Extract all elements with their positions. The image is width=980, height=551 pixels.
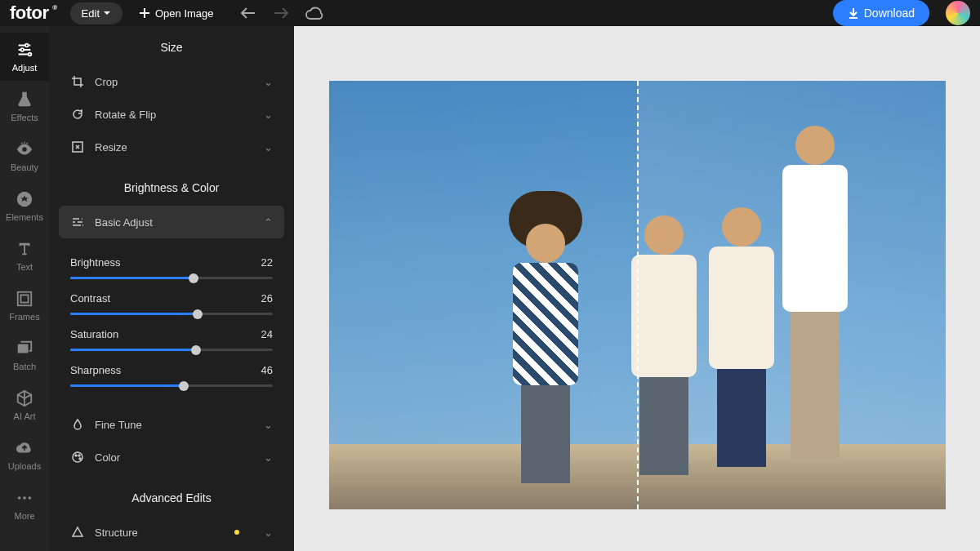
flask-icon (16, 91, 33, 109)
upload-cloud-icon (16, 439, 33, 457)
section-title-size: Size (59, 41, 284, 54)
badge-dot (234, 530, 239, 535)
adjust-icon (70, 216, 85, 229)
slider-sharpness: Sharpness46 (70, 364, 273, 387)
svg-rect-5 (20, 295, 28, 302)
svg-point-0 (25, 44, 29, 47)
plus-icon (139, 7, 150, 19)
slider-thumb[interactable] (189, 273, 198, 283)
chevron-down-icon: ⌄ (264, 76, 273, 88)
svg-point-13 (78, 455, 80, 456)
nav-aiart[interactable]: AI Art (0, 381, 49, 429)
chevron-down-icon (103, 9, 111, 17)
svg-point-8 (23, 496, 26, 500)
brightness-slider[interactable] (70, 277, 273, 279)
basic-adjust-sliders: Brightness22 Contrast26 Saturation24 Sha… (59, 238, 284, 408)
drop-icon (70, 418, 85, 431)
download-button[interactable]: Download (833, 0, 929, 26)
chevron-down-icon: ⌄ (264, 451, 273, 464)
download-icon (848, 7, 859, 19)
nav-text[interactable]: Text (0, 232, 49, 280)
section-title-advanced: Advanced Edits (59, 491, 284, 504)
nav-more[interactable]: More (0, 481, 49, 529)
slider-contrast: Contrast26 (70, 292, 273, 315)
left-nav: Adjust Effects Beauty Elements Text Fram… (0, 26, 49, 551)
panel-item-crop[interactable]: Crop ⌄ (59, 65, 284, 98)
cube-icon (16, 389, 33, 407)
redo-button[interactable] (273, 7, 289, 20)
cloud-save-button[interactable] (305, 7, 323, 20)
svg-rect-4 (18, 292, 32, 306)
top-bar: fotor® Edit Open Image Download (0, 0, 980, 26)
sliders-icon (16, 41, 33, 59)
text-icon (16, 240, 33, 258)
brightness-value: 22 (261, 256, 273, 269)
panel-item-rotate[interactable]: Rotate & Flip ⌄ (59, 98, 284, 131)
chevron-down-icon: ⌄ (264, 527, 273, 539)
saturation-value: 24 (261, 328, 273, 340)
star-circle-icon (16, 190, 33, 208)
chevron-down-icon: ⌄ (264, 419, 273, 431)
user-avatar[interactable] (946, 1, 970, 25)
adjust-panel: Size Crop ⌄ Rotate & Flip ⌄ Resize ⌄ Bri… (49, 26, 294, 551)
palette-icon (70, 451, 85, 464)
svg-point-12 (75, 455, 77, 456)
nav-beauty[interactable]: Beauty (0, 132, 49, 180)
saturation-slider[interactable] (70, 349, 273, 351)
svg-point-7 (18, 496, 21, 500)
section-title-brightness: Brightness & Color (59, 181, 284, 194)
nav-frames[interactable]: Frames (0, 282, 49, 330)
nav-adjust[interactable]: Adjust (0, 33, 49, 81)
slider-thumb[interactable] (193, 309, 203, 319)
slider-thumb[interactable] (191, 345, 201, 355)
resize-icon (70, 140, 85, 153)
nav-effects[interactable]: Effects (0, 82, 49, 131)
contrast-slider[interactable] (70, 313, 273, 315)
edit-dropdown-button[interactable]: Edit (70, 2, 122, 24)
slider-saturation: Saturation24 (70, 328, 273, 351)
sharpness-slider[interactable] (70, 384, 273, 387)
chevron-down-icon: ⌄ (264, 141, 273, 153)
canvas-area: ‹ (294, 26, 980, 551)
svg-point-9 (29, 496, 32, 500)
undo-button[interactable] (240, 7, 256, 20)
svg-point-1 (20, 48, 24, 51)
frame-icon (16, 290, 33, 308)
nav-uploads[interactable]: Uploads (0, 431, 49, 479)
panel-item-basic-adjust[interactable]: Basic Adjust ⌃ (59, 206, 284, 238)
panel-item-color[interactable]: Color ⌄ (59, 441, 284, 473)
chevron-up-icon: ⌃ (264, 216, 273, 229)
slider-brightness: Brightness22 (70, 256, 273, 279)
chevron-down-icon: ⌄ (264, 109, 273, 121)
svg-point-11 (73, 452, 82, 462)
dots-icon (16, 489, 33, 507)
triangle-icon (70, 526, 85, 539)
rotate-icon (70, 108, 85, 121)
svg-point-14 (79, 458, 81, 460)
images-icon (16, 340, 33, 358)
contrast-value: 26 (261, 292, 273, 304)
svg-point-2 (29, 53, 32, 56)
panel-item-finetune[interactable]: Fine Tune ⌄ (59, 408, 284, 441)
nav-batch[interactable]: Batch (0, 331, 49, 380)
panel-item-resize[interactable]: Resize ⌄ (59, 131, 284, 163)
nav-elements[interactable]: Elements (0, 182, 49, 230)
edited-image[interactable] (329, 81, 946, 509)
compare-split-line[interactable] (637, 81, 639, 509)
sharpness-value: 46 (261, 364, 273, 376)
eye-icon (16, 140, 33, 158)
panel-item-structure[interactable]: Structure ⌄ (59, 516, 284, 549)
slider-thumb[interactable] (179, 381, 189, 391)
svg-rect-6 (18, 344, 29, 353)
crop-icon (70, 75, 85, 88)
logo: fotor® (10, 2, 57, 24)
open-image-button[interactable]: Open Image (139, 7, 214, 20)
